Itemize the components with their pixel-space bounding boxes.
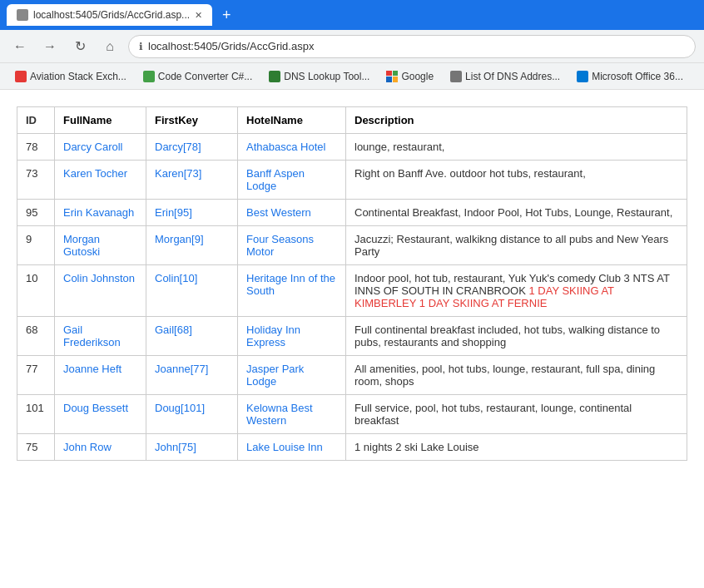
- firstkey-link[interactable]: Erin[95]: [155, 206, 192, 219]
- firstkey-link[interactable]: Morgan[9]: [155, 233, 204, 245]
- hotelname-link[interactable]: Kelowna Best Western: [246, 402, 313, 427]
- hotelname-link[interactable]: Four Seasons Motor: [246, 233, 314, 258]
- bookmark-favicon-icon: [15, 71, 27, 82]
- home-button[interactable]: ⌂: [98, 35, 121, 58]
- firstkey-link[interactable]: Colin[10]: [155, 272, 197, 284]
- hotelname-link[interactable]: Lake Louise Inn: [246, 441, 323, 453]
- table-row: 101Doug BessettDoug[101]Kelowna Best Wes…: [17, 395, 687, 434]
- cell-fullname: Darcy Caroll: [55, 134, 146, 161]
- fullname-link[interactable]: Erin Kavanagh: [63, 206, 134, 219]
- cell-description: Full service, pool, hot tubs, restaurant…: [346, 395, 687, 434]
- cell-firstkey: John[75]: [146, 434, 238, 461]
- bookmark-favicon-icon: [269, 71, 280, 82]
- hotelname-link[interactable]: Holiday Inn Express: [246, 324, 300, 348]
- hotelname-link[interactable]: Athabasca Hotel: [246, 141, 325, 153]
- header-firstkey: FirstKey: [146, 107, 238, 134]
- bookmarks-bar: Aviation Stack Exch... Code Converter C#…: [0, 63, 704, 90]
- cell-hotelname: Lake Louise Inn: [238, 434, 346, 461]
- cell-description: lounge, restaurant,: [346, 134, 687, 161]
- cell-firstkey: Gail[68]: [146, 317, 238, 356]
- bookmark-favicon-icon: [577, 71, 588, 82]
- bookmark-google[interactable]: Google: [379, 68, 440, 85]
- bookmark-favicon-icon: [143, 71, 155, 82]
- firstkey-link[interactable]: Karen[73]: [155, 167, 201, 180]
- cell-hotelname: Kelowna Best Western: [238, 395, 346, 434]
- fullname-link[interactable]: John Row: [63, 441, 112, 453]
- firstkey-link[interactable]: Joanne[77]: [155, 363, 208, 375]
- cell-fullname: John Row: [55, 434, 146, 461]
- hotelname-link[interactable]: Heritage Inn of the South: [246, 272, 335, 297]
- new-tab-button[interactable]: +: [219, 7, 235, 24]
- cell-id: 78: [17, 134, 55, 161]
- tab-close-button[interactable]: ✕: [195, 10, 202, 21]
- header-description: Description: [346, 107, 687, 134]
- cell-description: 1 nights 2 ski Lake Louise: [346, 434, 687, 461]
- forward-button[interactable]: →: [38, 35, 62, 58]
- table-row: 77Joanne HeftJoanne[77]Jasper Park Lodge…: [17, 356, 687, 395]
- hotelname-link[interactable]: Banff Aspen Lodge: [246, 167, 305, 192]
- header-id: ID: [17, 107, 55, 134]
- cell-description: Indoor pool, hot tub, restaurant, Yuk Yu…: [346, 265, 687, 317]
- bookmark-dns-addresses[interactable]: List Of DNS Addres...: [444, 68, 567, 85]
- url-text: localhost:5405/Grids/AccGrid.aspx: [148, 40, 314, 52]
- cell-firstkey: Doug[101]: [146, 395, 238, 434]
- cell-id: 101: [17, 395, 55, 434]
- table-row: 75John RowJohn[75]Lake Louise Inn1 night…: [17, 434, 687, 461]
- bookmark-label: List Of DNS Addres...: [465, 71, 560, 82]
- bookmark-code-converter[interactable]: Code Converter C#...: [136, 68, 259, 85]
- reload-button[interactable]: ↻: [68, 35, 92, 58]
- cell-description: Jacuzzi; Restaurant, walkikng distance t…: [346, 226, 687, 265]
- security-icon: ℹ: [139, 41, 143, 52]
- fullname-link[interactable]: Joanne Heft: [63, 363, 121, 375]
- firstkey-link[interactable]: Darcy[78]: [155, 141, 201, 153]
- table-header-row: ID FullName FirstKey HotelName Descripti…: [17, 107, 687, 134]
- cell-fullname: Karen Tocher: [55, 161, 146, 200]
- table-row: 73Karen TocherKaren[73]Banff Aspen Lodge…: [17, 161, 687, 200]
- bookmark-favicon-icon: [450, 71, 462, 82]
- bookmark-dns-lookup[interactable]: DNS Lookup Tool...: [262, 68, 376, 85]
- header-hotelname: HotelName: [238, 107, 346, 134]
- address-bar[interactable]: ℹ localhost:5405/Grids/AccGrid.aspx: [128, 35, 696, 58]
- fullname-link[interactable]: Morgan Gutoski: [63, 233, 100, 258]
- main-content: ID FullName FirstKey HotelName Descripti…: [0, 90, 704, 477]
- cell-fullname: Colin Johnston: [55, 265, 146, 317]
- hotelname-link[interactable]: Best Western: [246, 206, 311, 219]
- bookmark-aviation[interactable]: Aviation Stack Exch...: [8, 68, 133, 85]
- cell-fullname: Doug Bessett: [55, 395, 146, 434]
- table-row: 95Erin KavanaghErin[95]Best WesternConti…: [17, 200, 687, 226]
- fullname-link[interactable]: Karen Tocher: [63, 167, 127, 180]
- cell-fullname: Erin Kavanagh: [55, 200, 146, 226]
- cell-hotelname: Banff Aspen Lodge: [238, 161, 346, 200]
- firstkey-link[interactable]: John[75]: [155, 441, 196, 453]
- fullname-link[interactable]: Colin Johnston: [63, 272, 135, 284]
- cell-id: 73: [17, 161, 55, 200]
- bookmark-label: Code Converter C#...: [158, 71, 252, 82]
- cell-hotelname: Heritage Inn of the South: [238, 265, 346, 317]
- fullname-link[interactable]: Gail Frederikson: [63, 324, 121, 348]
- header-fullname: FullName: [55, 107, 146, 134]
- table-row: 68Gail FrederiksonGail[68]Holiday Inn Ex…: [17, 317, 687, 356]
- cell-id: 75: [17, 434, 55, 461]
- cell-description: All amenities, pool, hot tubs, lounge, r…: [346, 356, 687, 395]
- cell-fullname: Joanne Heft: [55, 356, 146, 395]
- fullname-link[interactable]: Doug Bessett: [63, 402, 128, 414]
- hotelname-link[interactable]: Jasper Park Lodge: [246, 363, 304, 388]
- cell-id: 77: [17, 356, 55, 395]
- cell-hotelname: Four Seasons Motor: [238, 226, 346, 265]
- cell-fullname: Gail Frederikson: [55, 317, 146, 356]
- description-text: Indoor pool, hot tub, restaurant, Yuk Yu…: [354, 272, 670, 297]
- firstkey-link[interactable]: Doug[101]: [155, 402, 205, 414]
- bookmark-microsoft[interactable]: Microsoft Office 36...: [570, 68, 690, 85]
- cell-id: 10: [17, 265, 55, 317]
- tab-favicon-icon: [17, 9, 28, 21]
- browser-tab[interactable]: localhost:5405/Grids/AccGrid.asp... ✕: [7, 4, 212, 26]
- cell-description: Right on Banff Ave. outdoor hot tubs, re…: [346, 161, 687, 200]
- firstkey-link[interactable]: Gail[68]: [155, 324, 192, 336]
- back-button[interactable]: ←: [8, 35, 32, 58]
- cell-firstkey: Morgan[9]: [146, 226, 238, 265]
- cell-hotelname: Jasper Park Lodge: [238, 356, 346, 395]
- fullname-link[interactable]: Darcy Caroll: [63, 141, 123, 153]
- table-row: 9Morgan GutoskiMorgan[9]Four Seasons Mot…: [17, 226, 687, 265]
- cell-firstkey: Erin[95]: [146, 200, 238, 226]
- cell-description: Continental Breakfast, Indoor Pool, Hot …: [346, 200, 687, 226]
